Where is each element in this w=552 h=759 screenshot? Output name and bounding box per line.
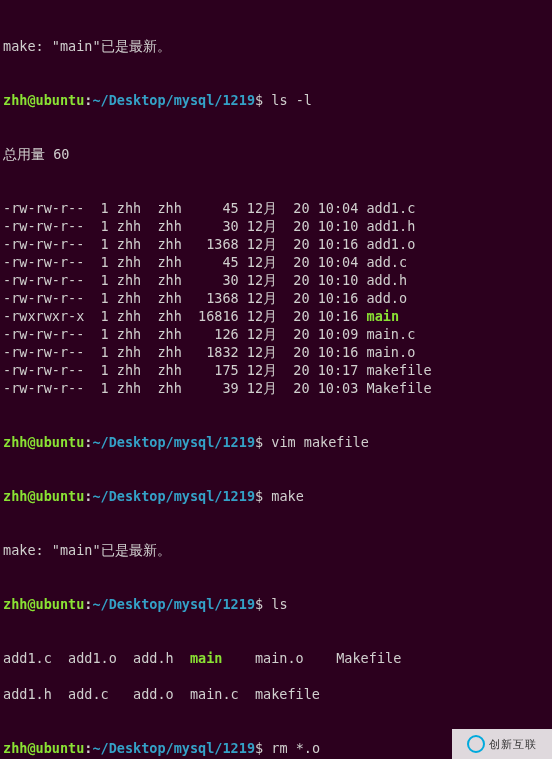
- command: rm *.o: [271, 740, 320, 756]
- listing-row: -rw-rw-r-- 1 zhh zhh 30 12月 20 10:10 add…: [3, 271, 549, 289]
- watermark: 创新互联: [452, 729, 552, 759]
- listing-row: -rw-rw-r-- 1 zhh zhh 39 12月 20 10:03 Mak…: [3, 379, 549, 397]
- listing-row: -rw-rw-r-- 1 zhh zhh 1368 12月 20 10:16 a…: [3, 235, 549, 253]
- prompt-line: zhh@ubuntu:~/Desktop/mysql/1219$ vim mak…: [3, 433, 549, 451]
- listing-row: -rw-rw-r-- 1 zhh zhh 1368 12月 20 10:16 a…: [3, 289, 549, 307]
- command: ls -l: [271, 92, 312, 108]
- command: ls: [271, 596, 287, 612]
- terminal[interactable]: make: "main"已是最新。 zhh@ubuntu:~/Desktop/m…: [0, 0, 552, 759]
- listing-row: -rw-rw-r-- 1 zhh zhh 30 12月 20 10:10 add…: [3, 217, 549, 235]
- prompt-line: zhh@ubuntu:~/Desktop/mysql/1219$ ls: [3, 595, 549, 613]
- command: vim makefile: [271, 434, 369, 450]
- output-line: add1.c add1.o add.h main main.o Makefile: [3, 649, 549, 667]
- cwd: ~/Desktop/mysql/1219: [92, 92, 255, 108]
- prompt-line: zhh@ubuntu:~/Desktop/mysql/1219$ ls -l: [3, 91, 549, 109]
- listing-row: -rw-rw-r-- 1 zhh zhh 45 12月 20 10:04 add…: [3, 253, 549, 271]
- listing-row: -rw-rw-r-- 1 zhh zhh 45 12月 20 10:04 add…: [3, 199, 549, 217]
- listing-row: -rw-rw-r-- 1 zhh zhh 1832 12月 20 10:16 m…: [3, 343, 549, 361]
- listing-row: -rw-rw-r-- 1 zhh zhh 175 12月 20 10:17 ma…: [3, 361, 549, 379]
- executable-file: main: [367, 308, 400, 324]
- output-line: make: "main"已是最新。: [3, 37, 549, 55]
- listing-row: -rwxrwxr-x 1 zhh zhh 16816 12月 20 10:16 …: [3, 307, 549, 325]
- command: make: [271, 488, 304, 504]
- output-line: add1.h add.c add.o main.c makefile: [3, 685, 549, 703]
- output-line: make: "main"已是最新。: [3, 541, 549, 559]
- listing-row: -rw-rw-r-- 1 zhh zhh 126 12月 20 10:09 ma…: [3, 325, 549, 343]
- prompt-line: zhh@ubuntu:~/Desktop/mysql/1219$ make: [3, 487, 549, 505]
- user-host: zhh@ubuntu: [3, 92, 84, 108]
- output-line: 总用量 60: [3, 145, 549, 163]
- executable-file: main: [190, 650, 223, 666]
- file-listing: -rw-rw-r-- 1 zhh zhh 45 12月 20 10:04 add…: [3, 199, 549, 397]
